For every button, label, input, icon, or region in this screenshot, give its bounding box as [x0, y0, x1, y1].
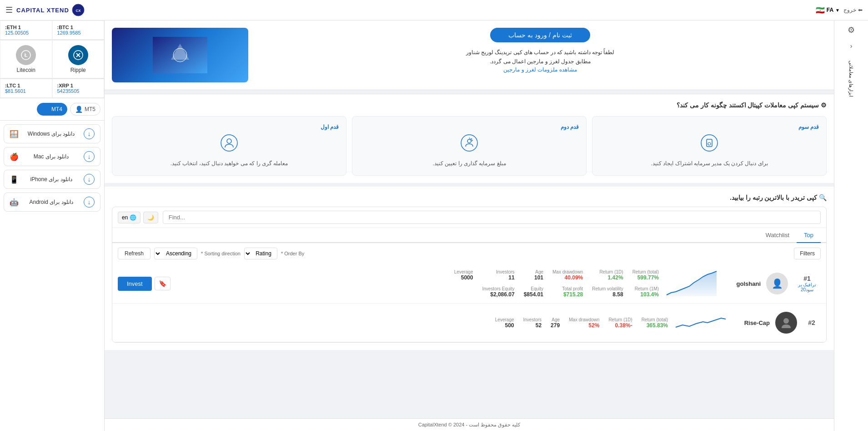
language-btn[interactable]: 🌐 en [118, 212, 140, 223]
trader-chart [664, 270, 719, 297]
iphone-icon: 📱 [10, 175, 19, 184]
eth-pair[interactable]: ETH 1: 125.00505 [0, 20, 52, 40]
svg-point-6 [173, 48, 187, 62]
age-stat: Age 101 [524, 269, 543, 281]
language-selector[interactable]: ▼ FA 🇮🇷 [816, 6, 840, 15]
max-drawdown-label-2: Max drawdown [569, 317, 599, 322]
equity-label: Equity [524, 286, 543, 291]
max-drawdown-label: Max drawdown [552, 269, 583, 274]
banner-cta-button[interactable]: ثبت نام / ورود به حساب [490, 28, 590, 42]
btc-pair[interactable]: BTC 1: 1269.9585 [52, 20, 105, 40]
trader-search-input[interactable] [163, 211, 821, 224]
gear-icon-btn[interactable]: ⚙ [848, 25, 855, 35]
ripple-item[interactable]: Ripple [52, 40, 105, 78]
svg-point-13 [227, 139, 231, 143]
investors-value: 11 [482, 274, 514, 281]
tab-watchlist[interactable]: Watchlist [758, 228, 797, 243]
xrp-label: XRP 1: [57, 83, 73, 88]
trader-rank-area: #1 ترافیک بر سود20 [793, 275, 821, 292]
stat-group-2-3: Max drawdown 52% [569, 317, 599, 329]
step-2-badge: قدم دوم [360, 124, 579, 130]
chevron-left-icon[interactable]: ‹ [850, 42, 853, 50]
return-1m-label: Return (1M) [632, 286, 659, 291]
return-1d-value: 1.42% [592, 274, 623, 281]
stat-group-3: Max drawdown 40.09% Total profit $715.28 [552, 269, 583, 298]
trader-info-2[interactable]: Rise-Cap [733, 319, 770, 326]
language-label: FA [827, 7, 833, 13]
filters-button[interactable]: Filters [794, 248, 821, 259]
trader-actions: 🔖 Invest [118, 277, 171, 291]
brand-logo: CX CAPITAL XTEND [16, 4, 85, 16]
age-stat-2: Age 279 [551, 317, 560, 329]
dark-mode-btn[interactable]: 🌙 [143, 212, 158, 223]
windows-download-btn[interactable]: ↓ دانلود برای Windows 🪟 [4, 124, 100, 143]
trader-info[interactable]: golshani [724, 280, 761, 287]
exit-icon: ⬅ [858, 7, 863, 13]
step-2-icon [460, 134, 478, 156]
hamburger-icon[interactable]: ☰ [5, 5, 13, 15]
litecoin-name: Litecoin [17, 67, 35, 73]
investors-value-2: 52 [523, 322, 542, 329]
xrp-pair[interactable]: XRP 1: 54235505 [52, 79, 105, 98]
android-download-btn[interactable]: ↓ دانلود برای Android 🤖 [4, 193, 100, 212]
age-value-2: 279 [551, 322, 560, 329]
banner-image-inner [112, 28, 248, 82]
rank-number: #1 [803, 275, 811, 282]
total-profit-value: $715.28 [552, 291, 583, 298]
rank-sub: ترافیک بر سود20 [793, 282, 821, 292]
mt4-tab[interactable]: MT4 👤 [37, 103, 67, 116]
banner-text-area: ثبت نام / ورود به حساب لطفاً توجه داشته … [254, 28, 827, 73]
navbar-left: ⬅ خروج ▼ FA 🇮🇷 [816, 6, 863, 15]
ripple-icon [68, 45, 88, 65]
mt5-tab[interactable]: MT5 👤 [70, 103, 100, 116]
inv-equity-label: Investors Equity [482, 286, 514, 291]
platform-tabs: MT5 👤 MT4 👤 [0, 98, 104, 121]
banner-graphic [153, 37, 207, 73]
return-total-stat: Return (total) 599.77% [632, 269, 659, 281]
sort-dir-select[interactable]: Ascending [154, 248, 197, 259]
leverage-stat-2: Leverage 500 [495, 317, 514, 329]
exit-button[interactable]: ⬅ خروج [843, 7, 863, 13]
crypto-sub-pairs: XRP 1: 54235505 LTC 1: $81.5601 [0, 79, 104, 98]
return-1m-value: 103.4% [632, 291, 659, 298]
refresh-button[interactable]: Refresh [118, 248, 151, 259]
how-section: ⚙ سیستم کپی معاملات کپیتال اکستند چگونه … [105, 94, 834, 183]
top-navbar: ⬅ خروج ▼ FA 🇮🇷 CX CAPITAL XTEND ☰ [0, 0, 868, 20]
step-3-text: برای دنبال کردن یک مدیر سرمایه اشتراک ای… [651, 159, 768, 168]
leverage-value-2: 500 [495, 322, 514, 329]
ripple-name: Ripple [70, 67, 86, 73]
volatility-stat: Return volatility 8.58 [592, 286, 623, 298]
how-icon: ⚙ [821, 101, 827, 109]
max-drawdown-stat-2: Max drawdown 52% [569, 317, 599, 329]
order-by-label: Order By * [281, 251, 304, 256]
apple-icon: 🍎 [10, 152, 19, 161]
svg-text:Ł: Ł [25, 52, 28, 58]
iphone-download-btn[interactable]: ↓ دانلود برای iPhone 📱 [4, 170, 100, 189]
xrp-price: 54235505 [57, 88, 80, 94]
filter-controls: Order By * Rating Sorting direction * As… [118, 248, 304, 259]
invest-button[interactable]: Invest [118, 277, 152, 291]
banner-link[interactable]: مشاهده ملزومات لغرز و مارجین [503, 66, 577, 73]
litecoin-item[interactable]: Ł Litecoin [0, 40, 52, 78]
return-1d-stat-2: Return (1D) -0.38% [608, 317, 632, 329]
tab-top[interactable]: Top [797, 228, 821, 243]
flag-icon: 🇮🇷 [816, 6, 825, 15]
age-label-2: Age [551, 317, 560, 322]
stat-group-4: Age 101 Equity $854.01 [524, 269, 543, 298]
investors-label: Investors [482, 269, 514, 274]
ltc-pair[interactable]: LTC 1: $81.5601 [0, 79, 52, 98]
bookmark-button[interactable]: 🔖 [155, 277, 171, 290]
crypto-pairs-section: BTC 1: 1269.9585 ETH 1: 125.00505 [0, 20, 104, 40]
trader-name: golshani [724, 280, 761, 287]
investors-stat: Investors 11 [482, 269, 514, 281]
volatility-value: 8.58 [592, 291, 623, 298]
mac-download-btn[interactable]: ↓ دانلود برای Mac 🍎 [4, 147, 100, 166]
brand-name: CAPITAL XTEND [16, 7, 69, 14]
trader-row: #2 Rise-Cap [112, 304, 826, 342]
navbar-right: CX CAPITAL XTEND ☰ [5, 4, 85, 16]
stat-group-2-5: Investors 52 [523, 317, 542, 329]
order-by-select[interactable]: Rating [244, 248, 277, 259]
trader-tabs: Top Watchlist [112, 228, 826, 243]
inv-equity-stat: Investors Equity $2,086.07 [482, 286, 514, 298]
trader-avatar-2 [775, 312, 797, 334]
